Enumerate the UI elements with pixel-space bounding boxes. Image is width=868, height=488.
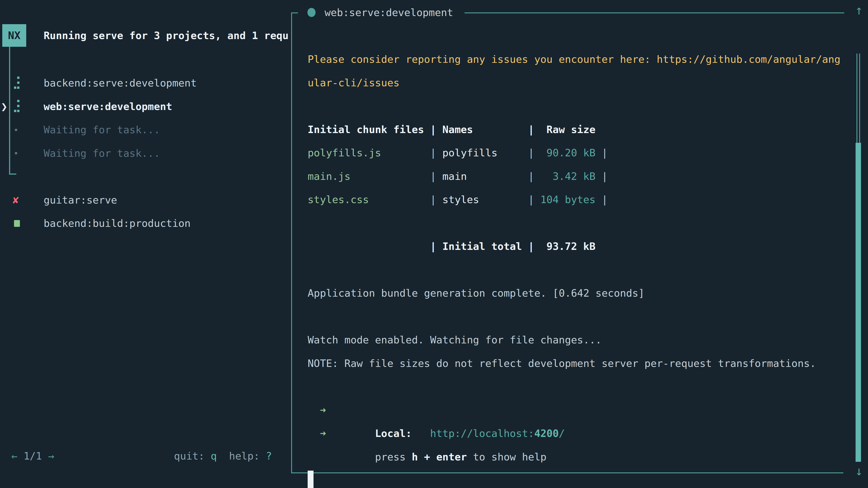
table-separator: | [528, 141, 534, 165]
page-prev-icon[interactable]: ← [11, 450, 18, 462]
local-url-line: ➜ Local:http://localhost:4200/ [308, 375, 841, 398]
run-summary-title: Running serve for 3 projects, and 1 requ [43, 30, 289, 41]
task-row-waiting-1: Waiting for task... [0, 118, 291, 142]
task-row-waiting-2: Waiting for task... [0, 142, 291, 165]
cell-name: styles [436, 188, 528, 212]
chunk-row-main: main.js | main | 3.42 kB | [308, 165, 841, 188]
cell-name: polyfills [436, 141, 528, 165]
task-label: guitar:serve [43, 194, 117, 206]
total-label: Initial total [436, 235, 528, 258]
issues-notice-line1: Please consider reporting any issues you… [308, 48, 841, 71]
col-names-header: Names [436, 118, 528, 141]
waiting-dot-icon [15, 129, 17, 131]
blank-line [308, 305, 841, 328]
cursor-line [308, 422, 841, 445]
nx-logo: NX [2, 24, 26, 47]
table-separator: | [528, 118, 534, 141]
spinner-icon [13, 99, 20, 113]
task-row-backend-build[interactable]: backend:build:production [0, 212, 291, 235]
table-separator: | [528, 165, 534, 188]
table-separator: | [430, 165, 436, 188]
scrollbar-up-icon[interactable]: ↑ [852, 3, 866, 18]
quit-key: q [211, 450, 217, 462]
table-separator: | [601, 165, 608, 188]
help-hint-label: help: [229, 450, 266, 462]
terminal-output: Please consider reporting any issues you… [308, 48, 841, 445]
panel-title: web:serve:development [307, 1, 453, 24]
cell-file: styles.css [308, 188, 430, 212]
success-square-icon [14, 220, 20, 227]
chunk-row-polyfills: polyfills.js | polyfills | 90.20 kB | [308, 141, 841, 165]
total-size: 93.72 kB [534, 235, 595, 258]
table-separator: | [528, 235, 534, 258]
cell-file: polyfills.js [308, 141, 430, 165]
col-file-header: Initial chunk files [308, 118, 430, 141]
waiting-dot-icon [15, 152, 17, 154]
task-row-guitar-serve[interactable]: ✘ guitar:serve [0, 188, 291, 212]
note-line: NOTE: Raw file sizes do not reflect deve… [308, 352, 841, 375]
sidebar-header: NX Running serve for 3 projects, and 1 r… [2, 24, 289, 47]
cell-name: main [436, 165, 528, 188]
task-output-panel: web:serve:development Please consider re… [291, 12, 843, 473]
keyboard-hints: quit: q help: ? [174, 450, 272, 462]
table-separator: | [430, 235, 436, 258]
task-label: Waiting for task... [43, 147, 160, 159]
task-label: web:serve:development [43, 101, 172, 112]
scrollbar-track[interactable] [857, 54, 860, 143]
blank-line [308, 212, 841, 235]
terminal-cursor [308, 470, 313, 488]
task-row-web-serve[interactable]: ❯ web:serve:development [0, 95, 291, 119]
table-separator: | [528, 188, 534, 212]
task-list: backend:serve:development ❯ web:serve:de… [0, 71, 291, 235]
watch-mode-line: Watch mode enabled. Watching for file ch… [308, 328, 841, 352]
table-separator: | [430, 141, 436, 165]
blank-line [308, 94, 841, 118]
quit-hint-label: quit: [174, 450, 211, 462]
table-separator: | [601, 188, 608, 212]
pagination: ← 1/1 → [11, 450, 54, 462]
chunk-row-styles: styles.css | styles | 104 bytes | [308, 188, 841, 212]
task-row-backend-serve[interactable]: backend:serve:development [0, 71, 291, 95]
cell-size: 90.20 kB [534, 141, 595, 165]
spinner-icon [13, 76, 20, 90]
chunk-table-header: Initial chunk files | Names | Raw size [308, 118, 841, 141]
help-hint-line: ➜ press h + enter to show help [308, 398, 841, 422]
col-size-header: Raw size [534, 118, 595, 141]
running-status-dot-icon [307, 8, 315, 17]
table-separator: | [430, 188, 436, 212]
help-key: ? [266, 450, 272, 462]
task-label: backend:build:production [43, 217, 191, 229]
page-indicator: 1/1 [24, 450, 42, 462]
selected-chevron-icon: ❯ [1, 100, 7, 113]
task-label: Waiting for task... [43, 124, 160, 136]
cell-file: main.js [308, 165, 430, 188]
issues-notice-line2: ular-cli/issues [308, 71, 841, 95]
cell-size: 104 bytes [534, 188, 595, 212]
bundle-complete-line: Application bundle generation complete. … [308, 282, 841, 305]
failed-x-icon: ✘ [13, 194, 19, 206]
cell-size: 3.42 kB [534, 165, 595, 188]
task-label: backend:serve:development [43, 77, 197, 89]
sidebar-bottom-bar: ← 1/1 → quit: q help: ? [11, 445, 272, 468]
blank-line [308, 258, 841, 282]
scrollbar-thumb[interactable] [856, 143, 861, 462]
page-next-icon[interactable]: → [48, 450, 54, 462]
table-separator: | [601, 141, 608, 165]
panel-title-label: web:serve:development [324, 6, 453, 19]
task-sidebar: NX Running serve for 3 projects, and 1 r… [0, 0, 291, 488]
initial-total-row: | Initial total | 93.72 kB [308, 235, 841, 258]
scrollbar-down-icon[interactable]: ↓ [852, 464, 866, 478]
table-separator: | [430, 118, 436, 141]
